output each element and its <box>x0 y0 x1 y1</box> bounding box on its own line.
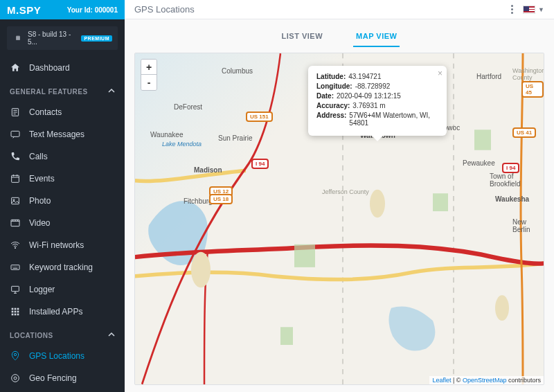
sidebar-item-text-messages[interactable]: Text Messages <box>0 123 125 145</box>
svg-rect-4 <box>12 175 19 182</box>
sidebar-item-label: Keyword tracking <box>29 262 93 272</box>
svg-rect-19 <box>17 314 19 316</box>
map-label-brookfield: Town of Brookfield <box>490 172 544 188</box>
sidebar-item-calls[interactable]: Calls <box>0 145 125 168</box>
sidebar-item-label: Installed APPs <box>29 307 82 317</box>
map-label-jefferson: Jefferson County <box>322 188 369 195</box>
sidebar-item-keyword-tracking[interactable]: Keyword tracking <box>0 256 125 278</box>
svg-rect-27 <box>280 327 293 345</box>
sidebar-item-label: Events <box>29 174 55 184</box>
svg-rect-11 <box>12 308 14 310</box>
sidebar: M.SPY Your Id: 000001 S8 - build 13 - 5.… <box>0 0 125 392</box>
svg-rect-3 <box>11 131 19 136</box>
section-locations[interactable]: LOCATIONS <box>0 323 125 345</box>
close-icon[interactable]: × <box>438 69 443 78</box>
map[interactable]: Madison Sun Prairie Waunakee Fitchburg D… <box>135 53 544 384</box>
language-selector[interactable]: ▼ <box>523 6 544 14</box>
chevron-up-icon <box>108 87 115 96</box>
svg-point-0 <box>17 37 17 38</box>
device-name: S8 - build 13 - 5... <box>28 30 77 46</box>
tab-list-view[interactable]: LIST VIEW <box>279 26 326 47</box>
shield-us41: US 41 <box>512 127 536 138</box>
film-icon <box>10 217 21 229</box>
sidebar-header: M.SPY Your Id: 000001 <box>0 0 125 19</box>
map-label-washington: Washington County <box>512 67 544 81</box>
grid-icon <box>10 306 21 317</box>
pin-icon <box>10 350 21 362</box>
map-label-fitchburg: Fitchburg <box>184 197 213 205</box>
svg-rect-14 <box>12 311 14 313</box>
sidebar-item-label: Wi-Fi networks <box>29 240 84 250</box>
sidebar-item-gps-locations[interactable]: GPS Locations <box>0 345 125 367</box>
sidebar-item-dashboard[interactable]: Dashboard <box>0 57 125 79</box>
zoom-controls: + - <box>141 59 157 91</box>
sidebar-item-installed-apps[interactable]: Installed APPs <box>0 301 125 323</box>
svg-point-8 <box>15 247 15 248</box>
zoom-in-button[interactable]: + <box>141 60 157 75</box>
main: GPS Locations ▼ LIST VIEW MAP VIEW <box>125 0 554 392</box>
popup-latitude: 43.194721 <box>348 73 381 80</box>
keyboard-icon <box>10 262 21 273</box>
chevron-up-icon <box>108 331 115 339</box>
map-label-new-berlin: New Berlin <box>512 218 544 233</box>
clipboard-icon <box>10 107 21 118</box>
calendar-icon <box>10 173 21 184</box>
svg-point-22 <box>14 377 17 380</box>
location-popup: × Latitude:43.194721 Longitude:-88.72899… <box>308 66 447 136</box>
svg-rect-17 <box>12 314 14 316</box>
home-icon <box>10 62 21 73</box>
message-icon <box>10 129 21 140</box>
sidebar-item-video[interactable]: Video <box>0 212 125 234</box>
shield-i94: I 94 <box>502 163 519 173</box>
logo-text: M.SPY <box>7 4 41 16</box>
sidebar-item-label: Photo <box>29 196 51 206</box>
target-icon <box>10 373 21 384</box>
map-attribution: Leaflet | © OpenStreetMap contributors <box>429 376 544 384</box>
leaflet-link[interactable]: Leaflet <box>432 377 451 384</box>
tab-map-view[interactable]: MAP VIEW <box>353 26 400 47</box>
svg-rect-23 <box>294 244 315 267</box>
zoom-out-button[interactable]: - <box>141 75 157 90</box>
device-selector[interactable]: S8 - build 13 - 5... PREMIUM <box>7 26 118 50</box>
map-label-deforest: DeForest <box>174 103 202 111</box>
map-label-waukesha: Waukesha <box>495 195 529 203</box>
sidebar-item-logger[interactable]: Logger <box>0 278 125 301</box>
premium-badge: PREMIUM <box>81 35 112 42</box>
svg-point-28 <box>191 252 211 287</box>
sidebar-item-contacts[interactable]: Contacts <box>0 101 125 123</box>
map-container: Madison Sun Prairie Waunakee Fitchburg D… <box>134 53 544 385</box>
svg-rect-16 <box>17 311 19 313</box>
sidebar-item-wifi[interactable]: Wi-Fi networks <box>0 234 125 256</box>
monitor-icon <box>10 284 21 295</box>
map-label-pewaukee: Pewaukee <box>463 159 495 167</box>
svg-point-20 <box>14 353 16 355</box>
svg-rect-25 <box>433 193 448 211</box>
more-menu-icon[interactable] <box>508 2 516 17</box>
svg-rect-13 <box>17 308 19 310</box>
logo: M.SPY <box>7 4 41 16</box>
shield-i94: I 94 <box>251 159 269 169</box>
svg-rect-5 <box>12 197 19 204</box>
map-label-hartford: Hartford <box>476 73 501 80</box>
svg-rect-12 <box>15 308 17 310</box>
sidebar-item-geo-fencing[interactable]: Geo Fencing <box>0 367 125 389</box>
sidebar-item-photo[interactable]: Photo <box>0 190 125 212</box>
topbar: GPS Locations ▼ <box>125 0 554 19</box>
sidebar-item-events[interactable]: Events <box>0 168 125 190</box>
shield-us151: US 151 <box>246 112 273 122</box>
dashboard-label: Dashboard <box>29 63 70 73</box>
svg-rect-26 <box>474 130 491 150</box>
popup-address: 57W6+4M Watertown, WI, 54801 <box>349 112 438 127</box>
chevron-down-icon: ▼ <box>538 6 544 13</box>
sidebar-item-label: GPS Locations <box>29 351 84 361</box>
sidebar-item-label: Contacts <box>29 107 62 117</box>
android-icon <box>12 33 24 44</box>
popup-longitude: -88.728992 <box>355 82 391 90</box>
sidebar-item-label: Geo Fencing <box>29 373 77 383</box>
us-flag-icon <box>523 6 535 14</box>
sidebar-item-label: Logger <box>29 285 55 294</box>
osm-link[interactable]: OpenStreetMap <box>463 377 507 384</box>
svg-rect-15 <box>15 311 17 313</box>
section-general-features[interactable]: GENERAL FEATURES <box>0 79 125 101</box>
user-id: Your Id: 000001 <box>67 6 118 14</box>
